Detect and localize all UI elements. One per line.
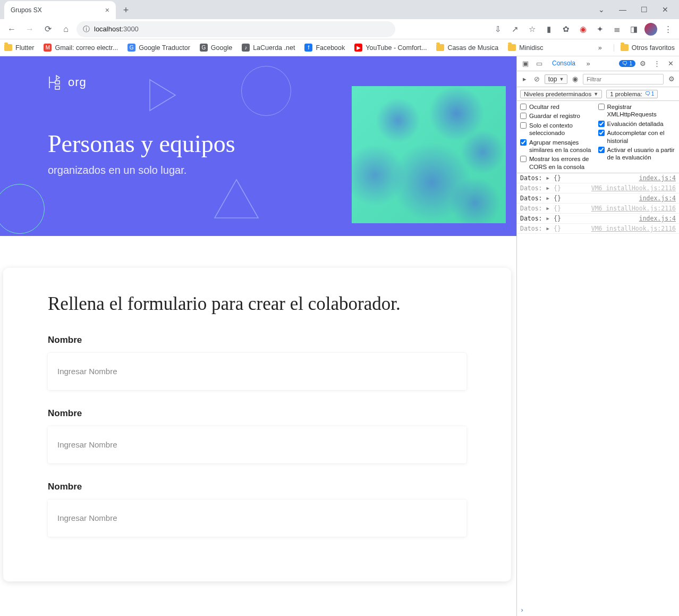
console-setting-checkbox[interactable]: Guardar el registro: [520, 112, 598, 120]
checkbox[interactable]: [520, 139, 527, 146]
live-expression-icon[interactable]: ◉: [571, 73, 580, 85]
checkbox[interactable]: [520, 104, 527, 110]
expand-arrow-icon[interactable]: ▶: [547, 206, 549, 211]
bookmark-item[interactable]: Minidisc: [508, 44, 543, 52]
name-input[interactable]: [48, 426, 466, 463]
bookmark-item[interactable]: ▶YouTube - Comfort...: [354, 44, 427, 52]
share-icon[interactable]: ↗: [508, 22, 522, 36]
device-toolbar-icon[interactable]: ▭: [533, 57, 546, 70]
console-log-line[interactable]: Datos:▶{}VM6 installHook.js:2116: [517, 224, 679, 234]
checkbox[interactable]: [598, 121, 605, 127]
console-settings-gear-icon[interactable]: ⚙: [667, 73, 676, 85]
console-setting-checkbox[interactable]: Agrupar mensajes similares en la consola: [520, 139, 598, 154]
forward-button[interactable]: →: [22, 22, 37, 37]
expand-arrow-icon[interactable]: ▶: [547, 175, 549, 181]
checkbox[interactable]: [598, 130, 605, 136]
console-prompt[interactable]: ›: [517, 604, 679, 616]
checkbox-label: Activar el usuario a partir de la evalua…: [607, 146, 676, 162]
settings-gear-icon[interactable]: ⚙: [636, 57, 649, 70]
name-input[interactable]: [48, 500, 466, 537]
console-setting-checkbox[interactable]: Autocompletar con el historial: [598, 129, 676, 145]
log-levels-selector[interactable]: Niveles predeterminados ▼: [520, 90, 602, 98]
checkbox[interactable]: [598, 104, 605, 110]
expand-arrow-icon[interactable]: ▶: [547, 226, 549, 231]
address-bar[interactable]: ⓘ localhost:3000: [77, 21, 395, 37]
window-dropdown-icon[interactable]: ⌄: [591, 2, 612, 17]
console-setting-checkbox[interactable]: Evaluación detallada: [598, 120, 676, 128]
checkbox[interactable]: [520, 122, 527, 129]
console-setting-checkbox[interactable]: Activar el usuario a partir de la evalua…: [598, 146, 676, 162]
frame-selector[interactable]: top ▼: [545, 74, 568, 84]
form-card: Rellena el formulario para crear el cola…: [3, 268, 511, 581]
bookmark-item[interactable]: Casas de Musica: [436, 44, 498, 52]
console-setting-checkbox[interactable]: Registrar XMLHttpRequests: [598, 103, 676, 119]
bookmark-star-icon[interactable]: ☆: [525, 22, 539, 36]
browser-tab[interactable]: Grupos SX ×: [4, 1, 116, 19]
extension-icon-1[interactable]: ✿: [559, 22, 573, 36]
devtools-menu-icon[interactable]: ⋮: [650, 57, 663, 70]
checkbox[interactable]: [598, 147, 605, 153]
sidebar-toggle-icon[interactable]: ▸: [520, 73, 529, 85]
problems-badge[interactable]: 1 problema: 🗨 1: [606, 90, 658, 98]
site-info-icon[interactable]: ⓘ: [83, 24, 90, 34]
expand-arrow-icon[interactable]: ▶: [547, 216, 549, 221]
close-tab-icon[interactable]: ×: [105, 6, 109, 14]
log-source-link[interactable]: VM6 installHook.js:2116: [591, 225, 676, 232]
sidepanel-icon[interactable]: ◨: [627, 22, 641, 36]
bookmark-item[interactable]: GGoogle: [200, 44, 232, 52]
field-label: Nombre: [48, 335, 466, 345]
log-object: {}: [554, 184, 561, 192]
checkbox[interactable]: [520, 156, 527, 162]
log-source-link[interactable]: index.js:4: [639, 174, 676, 182]
battery-icon[interactable]: ▮: [542, 22, 556, 36]
log-source-link[interactable]: index.js:4: [639, 195, 676, 202]
console-setting-checkbox[interactable]: Solo el contexto seleccionado: [520, 122, 598, 137]
console-log-line[interactable]: Datos:▶{}index.js:4: [517, 173, 679, 183]
console-log-line[interactable]: Datos:▶{}index.js:4: [517, 193, 679, 204]
reading-list-icon[interactable]: ≣: [610, 22, 624, 36]
window-maximize-icon[interactable]: ☐: [633, 2, 655, 17]
bookmark-item[interactable]: ♪LaCuerda .net: [242, 44, 295, 52]
other-bookmarks[interactable]: Otros favoritos: [614, 44, 675, 52]
decorative-triangle-icon: [213, 178, 260, 220]
name-input[interactable]: [48, 353, 466, 390]
bookmark-item[interactable]: GGoogle Traductor: [128, 44, 190, 52]
bookmark-label: Facebook: [316, 44, 345, 52]
reload-button[interactable]: ⟳: [40, 22, 55, 37]
log-source-link[interactable]: VM6 installHook.js:2116: [591, 184, 676, 192]
expand-arrow-icon[interactable]: ▶: [547, 196, 549, 201]
log-source-link[interactable]: index.js:4: [639, 215, 676, 222]
more-tabs-icon[interactable]: »: [582, 57, 595, 70]
profile-avatar[interactable]: [644, 22, 658, 36]
bookmark-item[interactable]: fFacebook: [304, 44, 345, 52]
expand-arrow-icon[interactable]: ▶: [547, 185, 549, 191]
console-log-line[interactable]: Datos:▶{}VM6 installHook.js:2116: [517, 183, 679, 193]
back-button[interactable]: ←: [4, 22, 19, 37]
console-filter-input[interactable]: [583, 74, 664, 85]
install-app-icon[interactable]: ⇩: [491, 22, 505, 36]
extension-icon-2[interactable]: ◉: [576, 22, 590, 36]
bookmarks-overflow-icon[interactable]: »: [596, 44, 604, 52]
home-button[interactable]: ⌂: [58, 22, 73, 37]
window-minimize-icon[interactable]: ―: [612, 2, 633, 17]
tab-console[interactable]: Consola: [547, 57, 581, 70]
close-devtools-icon[interactable]: ✕: [664, 57, 677, 70]
window-close-icon[interactable]: ✕: [655, 2, 676, 17]
log-source-link[interactable]: VM6 installHook.js:2116: [591, 205, 676, 212]
checkbox[interactable]: [520, 113, 527, 119]
menu-kebab-icon[interactable]: ⋮: [661, 22, 675, 36]
console-log-line[interactable]: Datos:▶{}index.js:4: [517, 214, 679, 224]
console-setting-checkbox[interactable]: Mostrar los errores de CORS en la consol…: [520, 155, 598, 171]
tab-title: Grupos SX: [11, 6, 42, 14]
bookmark-item[interactable]: Flutter: [4, 44, 34, 52]
new-tab-button[interactable]: +: [119, 3, 133, 17]
site-icon: M: [44, 44, 52, 52]
extensions-puzzle-icon[interactable]: ✦: [593, 22, 607, 36]
console-log-line[interactable]: Datos:▶{}VM6 installHook.js:2116: [517, 204, 679, 214]
bookmark-item[interactable]: MGmail: correo electr...: [44, 44, 118, 52]
inspect-element-icon[interactable]: ▣: [519, 57, 532, 70]
issues-badge[interactable]: 🗨 1: [619, 60, 635, 67]
clear-console-icon[interactable]: ⊘: [532, 73, 541, 85]
console-setting-checkbox[interactable]: Ocultar red: [520, 103, 598, 111]
bookmark-label: Minidisc: [519, 44, 543, 52]
